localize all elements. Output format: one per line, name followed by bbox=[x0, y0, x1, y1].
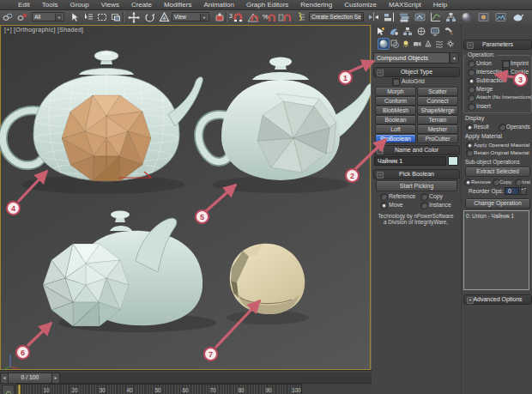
rollout-pick-boolean[interactable]: - Pick Boolean bbox=[373, 169, 460, 179]
menu-group[interactable]: Group bbox=[63, 1, 94, 9]
layer-manager-icon[interactable] bbox=[398, 11, 411, 23]
imprint-checkbox[interactable] bbox=[502, 60, 510, 68]
result-radio[interactable] bbox=[466, 124, 474, 131]
button-conform[interactable]: Conform bbox=[375, 96, 416, 106]
curve-editor-icon[interactable] bbox=[429, 11, 442, 23]
object-name-input[interactable]: Чайник 1 bbox=[374, 156, 446, 166]
percent-snap-toggle-icon[interactable]: % bbox=[262, 11, 276, 23]
history-item[interactable]: 0: Union - Чайник 1 bbox=[464, 211, 529, 221]
start-picking-button[interactable]: Start Picking bbox=[376, 180, 457, 191]
reorder-ops-input[interactable]: 0 bbox=[505, 187, 519, 195]
material-editor-icon[interactable] bbox=[460, 11, 473, 23]
operation-history-list[interactable]: 0: Union - Чайник 1 bbox=[463, 210, 529, 290]
button-proboolean[interactable]: ProBoolean bbox=[375, 134, 416, 143]
button-scatter[interactable]: Scatter bbox=[417, 87, 458, 96]
named-selection-sets-dropdown[interactable]: Create Selection Se▼ bbox=[309, 12, 364, 21]
schematic-view-icon[interactable] bbox=[444, 11, 457, 23]
select-and-move-icon[interactable] bbox=[126, 11, 142, 23]
tab-motion[interactable] bbox=[415, 26, 427, 36]
angle-snap-toggle-icon[interactable] bbox=[245, 11, 260, 23]
track-bar-ruler[interactable]: 10 20 30 40 50 60 70 80 90 100 bbox=[15, 384, 302, 394]
cookie-checkbox[interactable] bbox=[502, 69, 510, 76]
change-operation-button[interactable]: Change Operation bbox=[465, 198, 530, 209]
instance-radio[interactable] bbox=[420, 202, 428, 209]
rollout-object-type[interactable]: - Object Type bbox=[373, 67, 460, 77]
copy-radio[interactable] bbox=[420, 193, 428, 201]
select-and-scale-icon[interactable] bbox=[158, 11, 171, 23]
select-and-manipulate-icon[interactable] bbox=[213, 11, 226, 23]
reorder-spinner[interactable]: ▲▼ bbox=[520, 187, 527, 195]
menu-edit[interactable]: Edit bbox=[12, 1, 36, 9]
tab-utilities[interactable] bbox=[443, 26, 455, 36]
menu-rendering[interactable]: Rendering bbox=[294, 1, 338, 9]
reference-radio[interactable] bbox=[380, 193, 388, 201]
select-and-link-icon[interactable] bbox=[2, 11, 15, 23]
select-and-rotate-icon[interactable] bbox=[143, 11, 156, 23]
rollout-advanced-options[interactable]: + Advanced Options bbox=[463, 294, 532, 305]
button-morph[interactable]: Morph bbox=[375, 87, 416, 96]
menu-help[interactable]: Help bbox=[427, 1, 453, 9]
selection-filter-dropdown[interactable]: All▼ bbox=[32, 12, 64, 21]
tab-hierarchy[interactable] bbox=[402, 26, 414, 36]
merge-radio[interactable] bbox=[468, 86, 475, 94]
button-boolean[interactable]: Boolean bbox=[375, 115, 416, 124]
mirror-icon[interactable] bbox=[367, 11, 380, 23]
menu-modifiers[interactable]: Modifiers bbox=[158, 1, 197, 9]
category-systems[interactable] bbox=[445, 39, 456, 49]
button-shapemerge[interactable]: ShapeMerge bbox=[417, 106, 458, 115]
align-icon[interactable] bbox=[383, 11, 396, 23]
object-color-swatch[interactable] bbox=[448, 156, 458, 166]
button-terrain[interactable]: Terrain bbox=[417, 115, 458, 124]
attach-radio[interactable] bbox=[468, 94, 475, 102]
apply-operand-material-radio[interactable] bbox=[466, 142, 474, 149]
snaps-toggle-3d-icon[interactable]: 3 bbox=[228, 11, 243, 23]
render-production-icon[interactable] bbox=[511, 11, 524, 23]
move-radio[interactable] bbox=[380, 202, 388, 209]
menu-animation[interactable]: Animation bbox=[197, 1, 240, 9]
retain-original-material-radio[interactable] bbox=[466, 149, 474, 157]
rollout-parameters[interactable]: - Parameters bbox=[463, 39, 532, 50]
button-connect[interactable]: Connect bbox=[417, 96, 458, 106]
menu-graph-editors[interactable]: Graph Editors bbox=[240, 1, 294, 9]
graphite-ribbon-icon[interactable] bbox=[414, 11, 426, 23]
reference-coordinate-dropdown[interactable]: View▼ bbox=[172, 12, 209, 21]
spinner-snap-toggle-icon[interactable] bbox=[277, 11, 292, 23]
mini-curve-editor-button[interactable] bbox=[2, 385, 15, 394]
menu-maxscript[interactable]: MAXScript bbox=[383, 1, 427, 9]
menu-create[interactable]: Create bbox=[125, 1, 158, 9]
time-slider-handle[interactable]: 0 / 100 bbox=[8, 373, 52, 384]
menu-tools[interactable]: Tools bbox=[36, 1, 64, 9]
operands-radio[interactable] bbox=[499, 124, 506, 131]
tab-modify[interactable] bbox=[388, 26, 400, 36]
intersection-radio[interactable] bbox=[468, 69, 475, 76]
dropdown-arrow-button[interactable]: ▼ bbox=[450, 52, 459, 64]
autogrid-checkbox[interactable] bbox=[392, 78, 400, 86]
select-object-icon[interactable] bbox=[68, 11, 81, 23]
rendered-frame-window-icon[interactable] bbox=[494, 11, 507, 23]
subtraction-radio[interactable] bbox=[468, 77, 475, 85]
button-procutter[interactable]: ProCutter bbox=[417, 134, 458, 143]
category-helpers[interactable] bbox=[423, 39, 433, 49]
union-radio[interactable] bbox=[468, 60, 475, 68]
tab-display[interactable] bbox=[429, 26, 441, 36]
menu-views[interactable]: Views bbox=[95, 1, 125, 9]
unlink-selection-icon[interactable] bbox=[16, 11, 29, 23]
window-crossing-icon[interactable] bbox=[109, 11, 122, 23]
button-mesher[interactable]: Mesher bbox=[417, 124, 458, 134]
category-cameras[interactable] bbox=[412, 39, 422, 49]
category-space-warps[interactable] bbox=[434, 39, 444, 49]
button-loft[interactable]: Loft bbox=[375, 124, 416, 134]
select-by-name-icon[interactable] bbox=[82, 11, 94, 23]
menu-customize[interactable]: Customize bbox=[338, 1, 383, 9]
keyboard-shortcut-override-icon[interactable] bbox=[294, 11, 307, 23]
subcategory-dropdown[interactable]: Compound Objects bbox=[373, 52, 450, 64]
tab-create[interactable] bbox=[374, 26, 386, 36]
next-frame-button[interactable]: ► bbox=[51, 373, 60, 384]
extract-selected-button[interactable]: Extract Selected bbox=[465, 167, 530, 177]
category-lights[interactable] bbox=[401, 39, 411, 49]
rectangular-selection-region-icon[interactable] bbox=[95, 11, 108, 23]
button-blobmesh[interactable]: BlobMesh bbox=[375, 106, 416, 115]
insert-radio[interactable] bbox=[468, 103, 475, 111]
category-shapes[interactable] bbox=[390, 39, 400, 49]
category-geometry[interactable] bbox=[378, 39, 389, 49]
